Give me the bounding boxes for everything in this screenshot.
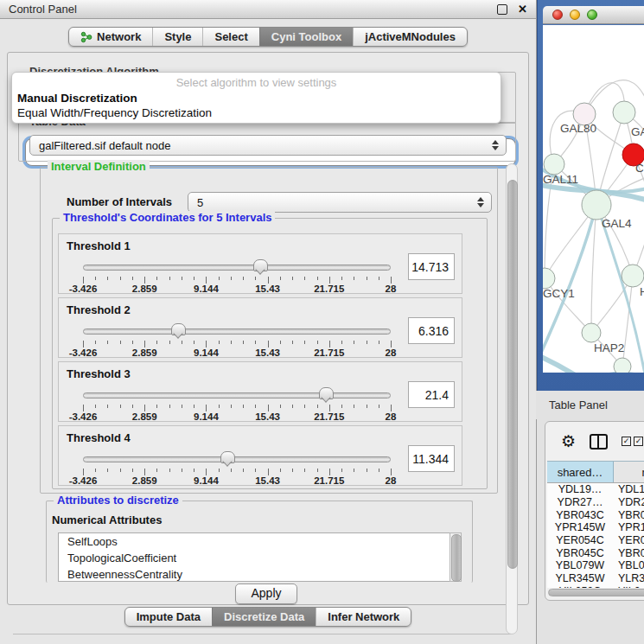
scale-tick-label: -3.426 — [69, 284, 98, 294]
select-columns-icon[interactable]: ✓ ✓ — [622, 437, 643, 446]
cell-name: YDR2 — [613, 496, 644, 508]
threshold-value-field[interactable]: 14.713 — [408, 253, 455, 280]
numerical-attributes-list[interactable]: SelfLoopsTopologicalCoefficientBetweenne… — [58, 532, 462, 582]
tab-cyni-toolbox[interactable]: Cyni Toolbox — [259, 28, 353, 46]
table-row[interactable]: YBL079WYBL0 — [547, 559, 644, 572]
table-row[interactable]: YPR145WYPR1 — [547, 521, 644, 534]
threshold-slider[interactable]: -3.4262.8599.14415.4321.71528 — [83, 322, 391, 355]
gear-icon[interactable]: ⚙ — [561, 433, 576, 450]
threshold-slider[interactable]: -3.4262.8599.14415.4321.71528 — [83, 386, 391, 419]
table-data-group: Table Data galFiltered.sif default node — [18, 122, 516, 162]
scale-tick-label: 2.859 — [132, 475, 157, 486]
tab-label: jActiveMNodules — [365, 30, 456, 43]
cell-shared-name: YBL079W — [547, 559, 613, 571]
slider-thumb[interactable] — [171, 323, 186, 335]
scale-tick-label: 2.859 — [132, 348, 157, 358]
tab-label: Select — [214, 30, 247, 43]
table-row[interactable]: YBR043CYBR0 — [547, 508, 644, 521]
network-node-label: HAP2 — [594, 341, 624, 354]
node-table: shared… na YDL19…YDL1YDR27…YDR2YBR043CYB… — [547, 461, 644, 588]
main-scrollbar[interactable] — [506, 163, 518, 634]
scale-tick-label: 21.715 — [314, 475, 344, 486]
table-row[interactable]: YDL19…YDL1 — [547, 483, 644, 496]
network-node-gal4[interactable] — [582, 190, 611, 220]
cell-name: YPR1 — [613, 521, 644, 533]
tab-discretize-data[interactable]: Discretize Data — [212, 608, 316, 626]
threshold-value-field[interactable]: 11.344 — [408, 445, 455, 472]
tab-jactivemnodules[interactable]: jActiveMNodules — [353, 28, 467, 46]
attributes-list-scrollbar[interactable] — [450, 532, 462, 582]
slider-thumb[interactable] — [253, 259, 268, 271]
cell-shared-name: YLR345W — [547, 572, 613, 584]
columns-icon[interactable] — [590, 434, 608, 450]
table-row[interactable]: YIL052CYIL0 — [547, 585, 644, 589]
slider-thumb[interactable] — [319, 387, 334, 399]
scale-tick-label: 9.144 — [194, 284, 219, 294]
tab-style[interactable]: Style — [152, 28, 202, 46]
table-row[interactable]: YDR27…YDR2 — [547, 496, 644, 509]
slider-thumb[interactable] — [220, 451, 235, 463]
tab-impute-data[interactable]: Impute Data — [125, 608, 212, 626]
scale-tick-label: 28 — [386, 348, 397, 358]
network-edge-thick — [543, 355, 608, 373]
column-header-shared[interactable]: shared… — [547, 462, 614, 482]
algorithm-dropdown-popup: Select algorithm to view settings Manual… — [11, 72, 501, 124]
network-canvas[interactable]: GAL80GACGAL11GAL4GCY1HHAP2 — [543, 25, 644, 373]
network-window: GAL80GACGAL11GAL4GCY1HHAP2 — [543, 6, 644, 373]
minimize-traffic-light[interactable] — [570, 10, 580, 20]
bottom-tabbar: Impute DataDiscretize DataInfer Network — [0, 607, 536, 627]
main-scrollbar-thumb[interactable] — [507, 180, 518, 569]
table-hscrollbar[interactable] — [548, 589, 644, 596]
cell-shared-name: YDL19… — [547, 483, 613, 495]
attribute-item-betweennesscentrality[interactable]: BetweennessCentrality — [59, 566, 461, 582]
tab-label: Discretize Data — [224, 610, 304, 623]
table-panel-title: Table Panel — [549, 399, 608, 411]
network-node[interactable] — [614, 358, 631, 373]
network-node-gcy1[interactable] — [543, 268, 555, 289]
tab-infer-network[interactable]: Infer Network — [316, 608, 411, 626]
cell-shared-name: YDR27… — [547, 496, 613, 508]
float-window-icon[interactable] — [497, 4, 507, 15]
algorithm-option-equal-width-frequency-discretization[interactable]: Equal Width/Frequency Discretization — [12, 105, 501, 120]
network-node-h[interactable] — [622, 265, 644, 287]
control-panel-titlebar: Control Panel ✕ — [0, 0, 536, 19]
table-row[interactable]: YLR345WYLR3 — [547, 572, 644, 585]
apply-button[interactable]: Apply — [235, 583, 297, 604]
close-traffic-light[interactable] — [552, 10, 563, 20]
tab-label: Network — [97, 30, 141, 43]
threshold-value-field[interactable]: 6.316 — [408, 317, 455, 344]
attribute-item-topologicalcoefficient[interactable]: TopologicalCoefficient — [59, 550, 461, 566]
cell-name: YER0 — [613, 534, 644, 546]
network-node-label: GAL80 — [560, 122, 596, 135]
threshold-slider[interactable]: -3.4262.8599.14415.4321.71528 — [83, 258, 391, 291]
table-row[interactable]: YBR045CYBR0 — [547, 546, 644, 559]
threshold-block: Threshold 4-3.4262.8599.14415.4321.71528… — [58, 425, 462, 486]
threshold-slider[interactable]: -3.4262.8599.14415.4321.71528 — [83, 450, 391, 483]
close-icon[interactable]: ✕ — [518, 3, 527, 15]
tab-select[interactable]: Select — [202, 28, 258, 46]
panel-title: Control Panel — [9, 3, 77, 16]
algorithm-option-manual-discretization[interactable]: Manual Discretization — [12, 91, 501, 105]
app-root: Control Panel ✕ NetworkStyleSelectCyni T… — [0, 0, 644, 644]
threshold-value-field[interactable]: 21.4 — [408, 381, 455, 408]
table-data-combo[interactable]: galFiltered.sif default node — [29, 135, 507, 156]
scale-tick-label: 28 — [386, 475, 397, 486]
tab-label: Impute Data — [137, 610, 201, 623]
cell-name: YBR0 — [613, 509, 644, 521]
network-node-label: GCY1 — [543, 287, 575, 300]
attribute-item-selfloops[interactable]: SelfLoops — [59, 533, 461, 550]
attributes-group-title: Attributes to discretize — [54, 494, 182, 507]
combo-stepper-icon — [492, 140, 499, 150]
network-node-ga[interactable] — [613, 101, 635, 124]
network-node-hap2[interactable] — [582, 323, 601, 342]
scale-tick-label: 15.43 — [255, 348, 280, 358]
zoom-traffic-light[interactable] — [587, 10, 597, 20]
num-intervals-combo[interactable]: 5 — [188, 192, 492, 213]
tab-network[interactable]: Network — [69, 28, 152, 46]
network-node-gal11[interactable] — [544, 154, 564, 175]
cell-shared-name: YBR043C — [547, 509, 613, 521]
column-header-name[interactable]: na — [614, 462, 644, 482]
scale-tick-label: 9.144 — [194, 411, 219, 422]
network-icon — [80, 31, 92, 43]
table-row[interactable]: YER054CYER0 — [547, 534, 644, 547]
